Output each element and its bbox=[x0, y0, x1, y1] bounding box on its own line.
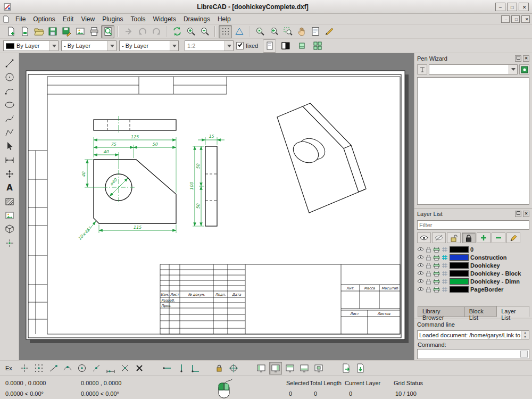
snap-entity-button[interactable] bbox=[61, 362, 74, 375]
layer-row[interactable]: 0 bbox=[414, 245, 532, 253]
paper-settings-button[interactable] bbox=[295, 39, 308, 53]
dock-area-floating-button[interactable] bbox=[312, 362, 325, 375]
menu-tools[interactable]: Tools bbox=[127, 15, 149, 23]
pen-linetype-combo[interactable]: - By Layer bbox=[119, 40, 179, 51]
drawing-canvas[interactable]: Изм. Лист № докум. Подп. Дата Разраб. Пр… bbox=[19, 53, 414, 360]
layer-construction-icon[interactable] bbox=[442, 246, 448, 253]
pen-wizard-list[interactable] bbox=[417, 77, 529, 205]
previous-view-button[interactable] bbox=[267, 25, 280, 38]
menu-drawings[interactable]: Drawings bbox=[180, 15, 214, 23]
restrict-vertical-button[interactable] bbox=[175, 362, 188, 375]
zoom-page-button[interactable] bbox=[309, 25, 322, 38]
auto-zoom-button[interactable] bbox=[253, 25, 267, 38]
tool-polyline-button[interactable] bbox=[2, 126, 17, 139]
restrict-orthogonal-button[interactable] bbox=[189, 362, 202, 375]
tab-library-browser[interactable]: Library Browser bbox=[418, 306, 465, 317]
pan-zoom-button[interactable] bbox=[295, 25, 308, 38]
kill-actions-button[interactable] bbox=[122, 25, 135, 38]
command-input[interactable] bbox=[418, 351, 520, 358]
spin-up-button[interactable]: ▲ bbox=[521, 331, 529, 335]
layer-visible-icon[interactable] bbox=[417, 246, 424, 252]
print-scale-combo[interactable]: 1:2 bbox=[185, 40, 234, 51]
new-from-template-button[interactable] bbox=[18, 25, 31, 38]
layer-row[interactable]: Construction bbox=[414, 253, 532, 261]
layer-construction-icon[interactable] bbox=[442, 286, 448, 293]
add-layer-button[interactable] bbox=[477, 232, 491, 243]
minimize-button[interactable]: – bbox=[495, 3, 505, 11]
tool-dimension-button[interactable] bbox=[2, 153, 17, 167]
tool-image-button[interactable] bbox=[2, 209, 17, 222]
menu-edit[interactable]: Edit bbox=[59, 15, 78, 23]
modify-layer-button[interactable] bbox=[506, 232, 520, 243]
dock-area-right-button[interactable] bbox=[269, 362, 282, 375]
restrict-nothing-button[interactable] bbox=[133, 362, 146, 375]
isometric-grid-button[interactable] bbox=[232, 25, 246, 38]
tab-block-list[interactable]: Block List bbox=[464, 306, 497, 317]
new-drawing-button[interactable] bbox=[4, 25, 18, 38]
draft-mode-button[interactable] bbox=[322, 25, 336, 38]
snap-grid-button[interactable] bbox=[32, 362, 45, 375]
layer-lock-icon[interactable] bbox=[426, 262, 431, 269]
snap-center-button[interactable] bbox=[76, 362, 88, 375]
layer-visible-icon[interactable] bbox=[417, 278, 424, 284]
hide-all-layers-button[interactable] bbox=[432, 232, 446, 243]
layer-row[interactable]: PageBorder bbox=[414, 285, 532, 293]
snap-free-button[interactable] bbox=[18, 362, 31, 375]
layer-print-icon[interactable] bbox=[433, 286, 440, 293]
layer-visible-icon[interactable] bbox=[417, 262, 424, 268]
mdi-minimize-button[interactable]: – bbox=[501, 15, 510, 23]
undo-button[interactable] bbox=[136, 25, 149, 38]
import-block-button[interactable] bbox=[340, 362, 353, 375]
remove-layer-button[interactable] bbox=[492, 232, 505, 243]
tool-select-button[interactable] bbox=[2, 139, 17, 153]
tool-line-button[interactable] bbox=[2, 56, 17, 70]
command-options-icon[interactable] bbox=[520, 351, 528, 358]
tool-hatch-button[interactable] bbox=[2, 195, 17, 208]
tool-circle-button[interactable] bbox=[2, 70, 17, 84]
pen-color-combo[interactable]: By Layer bbox=[3, 40, 59, 51]
pen-wizard-combo[interactable] bbox=[429, 64, 518, 74]
mdi-restore-button[interactable]: □ bbox=[511, 15, 520, 23]
tool-text-button[interactable]: A bbox=[2, 181, 17, 194]
layer-list-close-button[interactable]: ✕ bbox=[523, 211, 529, 217]
layer-row[interactable]: Doohickey bbox=[414, 261, 532, 269]
blackwhite-toggle-button[interactable] bbox=[279, 39, 292, 53]
zoom-out-button[interactable] bbox=[198, 25, 211, 38]
dock-area-top-button[interactable] bbox=[284, 362, 296, 375]
layer-construction-icon[interactable] bbox=[442, 278, 448, 285]
menu-view[interactable]: View bbox=[77, 15, 98, 23]
menu-plugins[interactable]: Plugins bbox=[98, 15, 127, 23]
spin-down-button[interactable]: ▼ bbox=[521, 335, 529, 339]
save-button[interactable] bbox=[46, 25, 59, 38]
pen-wizard-float-button[interactable] bbox=[515, 55, 521, 62]
layer-print-icon[interactable] bbox=[433, 246, 440, 253]
redraw-button[interactable] bbox=[170, 25, 184, 38]
mdi-close-button[interactable]: ✕ bbox=[521, 15, 530, 23]
import-image-button[interactable] bbox=[354, 362, 367, 375]
export-image-button[interactable] bbox=[73, 25, 87, 38]
tile-pages-button[interactable] bbox=[311, 39, 324, 53]
menu-widgets[interactable]: Widgets bbox=[149, 15, 180, 23]
pen-wizard-color-button[interactable] bbox=[519, 64, 529, 74]
tool-spline-button[interactable] bbox=[2, 112, 17, 125]
command-history[interactable]: Loaded document: /home/garys/Link to ▲ ▼ bbox=[417, 330, 529, 339]
layer-print-icon[interactable] bbox=[433, 278, 440, 285]
tool-block-button[interactable] bbox=[2, 222, 17, 236]
snap-endpoint-button[interactable] bbox=[47, 362, 60, 375]
layer-lock-icon[interactable] bbox=[426, 286, 431, 293]
zoom-in-button[interactable] bbox=[184, 25, 197, 38]
tool-ellipse-button[interactable] bbox=[2, 98, 17, 111]
layer-lock-icon[interactable] bbox=[426, 246, 431, 253]
close-button[interactable]: ✕ bbox=[519, 3, 529, 11]
layer-construction-icon[interactable] bbox=[442, 254, 448, 261]
layer-print-icon[interactable] bbox=[433, 262, 440, 269]
tool-point-button[interactable] bbox=[2, 236, 17, 250]
print-button[interactable] bbox=[87, 25, 101, 38]
pen-width-combo[interactable]: - By Layer bbox=[61, 40, 117, 51]
lock-relative-zero-button[interactable] bbox=[213, 362, 226, 375]
restrict-horizontal-button[interactable] bbox=[161, 362, 173, 375]
dock-area-left-button[interactable] bbox=[255, 362, 268, 375]
layer-visible-icon[interactable] bbox=[417, 270, 424, 276]
layer-lock-icon[interactable] bbox=[426, 278, 431, 285]
print-preview-button[interactable] bbox=[101, 25, 114, 38]
